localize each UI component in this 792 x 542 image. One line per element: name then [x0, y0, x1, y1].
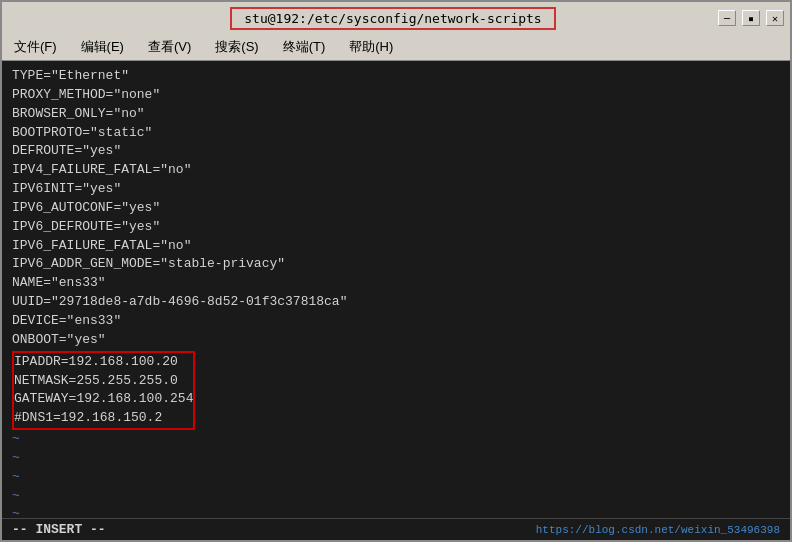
- insert-mode-label: -- INSERT --: [12, 522, 106, 537]
- window-controls: ─ ▪ ✕: [718, 10, 784, 26]
- tilde-line: ~: [12, 430, 780, 449]
- terminal-line: UUID="29718de8-a7db-4696-8d52-01f3c37818…: [12, 293, 780, 312]
- menu-item[interactable]: 搜索(S): [211, 36, 262, 58]
- close-button[interactable]: ✕: [766, 10, 784, 26]
- menu-item[interactable]: 编辑(E): [77, 36, 128, 58]
- terminal-line: IPV4_FAILURE_FATAL="no": [12, 161, 780, 180]
- terminal-line: ONBOOT="yes": [12, 331, 780, 350]
- terminal-line: IPV6_AUTOCONF="yes": [12, 199, 780, 218]
- terminal-line: BOOTPROTO="static": [12, 124, 780, 143]
- highlighted-line: #DNS1=192.168.150.2: [14, 409, 193, 428]
- tilde-line: ~: [12, 487, 780, 506]
- title-bar: stu@192:/etc/sysconfig/network-scripts ─…: [2, 2, 790, 34]
- highlighted-section: IPADDR=192.168.100.20NETMASK=255.255.255…: [12, 351, 195, 430]
- tilde-line: ~: [12, 468, 780, 487]
- terminal-line: TYPE="Ethernet": [12, 67, 780, 86]
- menu-bar: 文件(F)编辑(E)查看(V)搜索(S)终端(T)帮助(H): [2, 34, 790, 61]
- watermark-label: https://blog.csdn.net/weixin_53496398: [536, 524, 780, 536]
- window-title: stu@192:/etc/sysconfig/network-scripts: [230, 7, 555, 30]
- terminal-line: DEFROUTE="yes": [12, 142, 780, 161]
- terminal-line: BROWSER_ONLY="no": [12, 105, 780, 124]
- title-bar-center: stu@192:/etc/sysconfig/network-scripts: [68, 7, 718, 30]
- tilde-line: ~: [12, 505, 780, 518]
- status-bar: -- INSERT -- https://blog.csdn.net/weixi…: [2, 518, 790, 540]
- terminal-line: IPV6INIT="yes": [12, 180, 780, 199]
- maximize-button[interactable]: ▪: [742, 10, 760, 26]
- terminal-line: IPV6_FAILURE_FATAL="no": [12, 237, 780, 256]
- terminal-line: NAME="ens33": [12, 274, 780, 293]
- menu-item[interactable]: 帮助(H): [345, 36, 397, 58]
- highlighted-line: NETMASK=255.255.255.0: [14, 372, 193, 391]
- terminal-window: stu@192:/etc/sysconfig/network-scripts ─…: [0, 0, 792, 542]
- terminal-body[interactable]: TYPE="Ethernet"PROXY_METHOD="none"BROWSE…: [2, 61, 790, 518]
- terminal-line: PROXY_METHOD="none": [12, 86, 780, 105]
- terminal-line: DEVICE="ens33": [12, 312, 780, 331]
- highlighted-line: GATEWAY=192.168.100.254: [14, 390, 193, 409]
- menu-item[interactable]: 查看(V): [144, 36, 195, 58]
- terminal-line: IPV6_DEFROUTE="yes": [12, 218, 780, 237]
- highlighted-line: IPADDR=192.168.100.20: [14, 353, 193, 372]
- minimize-button[interactable]: ─: [718, 10, 736, 26]
- menu-item[interactable]: 文件(F): [10, 36, 61, 58]
- tilde-line: ~: [12, 449, 780, 468]
- menu-item[interactable]: 终端(T): [279, 36, 330, 58]
- terminal-line: IPV6_ADDR_GEN_MODE="stable-privacy": [12, 255, 780, 274]
